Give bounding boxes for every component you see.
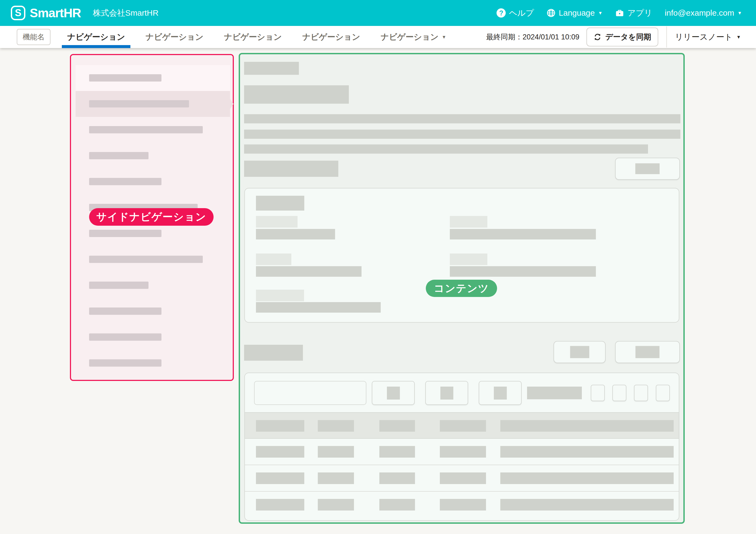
chevron-down-icon: ▼ <box>737 11 742 15</box>
help-link[interactable]: ? ヘルプ <box>497 8 534 19</box>
side-nav-item[interactable] <box>76 169 230 195</box>
briefcase-icon <box>615 8 624 17</box>
brand-logo[interactable]: S SmartHR <box>11 6 81 20</box>
pagination-button[interactable] <box>634 385 648 401</box>
cell-placeholder <box>379 499 415 511</box>
help-label: ヘルプ <box>509 8 534 19</box>
nav-tab-label: ナビゲーション <box>224 32 282 43</box>
cell-placeholder <box>440 472 486 484</box>
side-nav-item[interactable] <box>76 298 230 324</box>
last-sync-text: 最終同期：2024/01/01 10:09 <box>486 32 579 42</box>
placeholder-bar <box>89 152 148 159</box>
filter-button[interactable] <box>425 381 468 405</box>
table-row <box>245 492 679 518</box>
sync-data-label: データを同期 <box>605 32 651 42</box>
section-action-button[interactable] <box>615 158 680 180</box>
nav-tab-5-menu[interactable]: ナビゲーション ▼ <box>379 26 448 48</box>
placeholder-bar <box>89 100 189 107</box>
brand-name: SmartHR <box>30 6 81 20</box>
pagination-button[interactable] <box>612 385 626 401</box>
side-nav-item-selected[interactable] <box>76 91 230 117</box>
button-label-placeholder <box>635 346 660 358</box>
nav-tab-3[interactable]: ナビゲーション <box>222 26 283 48</box>
side-nav-item[interactable] <box>76 117 230 143</box>
column-header-placeholder <box>256 420 304 432</box>
cell-placeholder <box>379 472 415 484</box>
sidenav-annotation-badge: サイドナビゲーション <box>89 208 214 226</box>
cell-placeholder <box>500 472 674 484</box>
pagination-button[interactable] <box>656 385 670 401</box>
page-title-placeholder <box>244 85 349 104</box>
column-header-placeholder <box>440 420 486 432</box>
table-card <box>244 373 679 521</box>
apps-menu[interactable]: アプリ <box>615 8 652 19</box>
nav-tab-4[interactable]: ナビゲーション <box>301 26 362 48</box>
side-nav-item[interactable] <box>76 65 230 91</box>
side-navigation-region: サイドナビゲーション <box>70 54 234 381</box>
column-header-placeholder <box>318 420 354 432</box>
nav-tab-label: ナビゲーション <box>381 32 439 43</box>
cell-placeholder <box>500 446 674 458</box>
app-header: S SmartHR 株式会社SmartHR ? ヘルプ Language ▼ ア… <box>0 0 756 26</box>
field-label-placeholder <box>450 216 487 227</box>
content-region: コンテンツ <box>239 53 685 524</box>
placeholder-bar <box>89 281 148 289</box>
placeholder-bar <box>89 256 203 263</box>
cell-placeholder <box>440 446 486 458</box>
filter-button[interactable] <box>372 381 415 405</box>
nav-tab-label: ナビゲーション <box>146 32 203 43</box>
filter-button[interactable] <box>479 381 522 405</box>
globe-icon <box>547 8 556 17</box>
search-input[interactable] <box>254 381 366 405</box>
paragraph-line-placeholder <box>244 114 680 123</box>
cell-placeholder <box>256 472 304 484</box>
placeholder-bar <box>89 126 203 133</box>
result-count-placeholder <box>527 387 582 399</box>
chevron-down-icon: ▼ <box>736 35 741 40</box>
nav-right-group: 最終同期：2024/01/01 10:09 データを同期 リリースノート ▼ <box>486 26 741 47</box>
placeholder-bar <box>89 334 161 341</box>
header-right-menu: ? ヘルプ Language ▼ アプリ info@example.com ▼ <box>497 8 742 19</box>
button-label-placeholder <box>494 387 507 400</box>
pagination-button[interactable] <box>591 385 605 401</box>
account-menu[interactable]: info@example.com ▼ <box>665 8 742 17</box>
field-value-placeholder <box>256 229 335 239</box>
card-title-placeholder <box>256 196 304 211</box>
language-menu[interactable]: Language ▼ <box>547 8 603 17</box>
chevron-down-icon: ▼ <box>598 11 603 15</box>
field-value-placeholder <box>450 229 596 239</box>
release-notes-link[interactable]: リリースノート ▼ <box>675 32 741 43</box>
nav-divider <box>666 26 667 47</box>
refresh-icon <box>593 33 602 41</box>
nav-tab-label: ナビゲーション <box>67 32 125 43</box>
form-card: コンテンツ <box>244 188 679 323</box>
field-label-placeholder <box>256 254 291 265</box>
cell-placeholder <box>318 499 354 511</box>
cell-placeholder <box>379 446 415 458</box>
placeholder-bar <box>89 307 161 315</box>
side-nav-item[interactable] <box>76 350 230 376</box>
navigation-bar: 機能名 ナビゲーション ナビゲーション ナビゲーション ナビゲーション ナビゲー… <box>0 26 756 48</box>
column-header-placeholder <box>500 420 674 432</box>
language-label: Language <box>559 8 595 17</box>
active-tab-underline <box>62 45 130 48</box>
nav-tab-1[interactable]: ナビゲーション <box>66 26 127 48</box>
section-action-button[interactable] <box>554 341 606 363</box>
section-action-button[interactable] <box>615 341 680 363</box>
side-nav-item[interactable] <box>76 247 230 272</box>
placeholder-bar <box>89 178 161 185</box>
field-value-placeholder <box>256 266 362 277</box>
field-label-placeholder <box>256 290 304 301</box>
cell-placeholder <box>318 446 354 458</box>
table-header-row <box>245 412 679 439</box>
side-nav-item[interactable] <box>76 324 230 350</box>
sync-data-button[interactable]: データを同期 <box>586 28 658 46</box>
company-name: 株式会社SmartHR <box>93 8 158 19</box>
nav-tab-2[interactable]: ナビゲーション <box>144 26 205 48</box>
chevron-down-icon: ▼ <box>442 35 446 40</box>
side-nav-item[interactable] <box>76 143 230 169</box>
side-nav-item[interactable] <box>76 272 230 298</box>
nav-tabs: ナビゲーション ナビゲーション ナビゲーション ナビゲーション ナビゲーション … <box>66 26 448 48</box>
button-label-placeholder <box>635 163 660 174</box>
apps-label: アプリ <box>628 8 652 19</box>
